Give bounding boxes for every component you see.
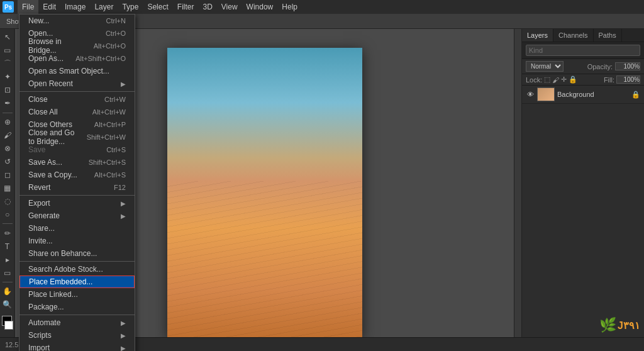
- layer-name[interactable]: Background: [557, 91, 629, 98]
- menu-select[interactable]: Select: [143, 0, 172, 14]
- menu-close-shortcut: Ctrl+W: [104, 96, 126, 103]
- type-tool[interactable]: T: [1, 240, 14, 252]
- menu-open-smart[interactable]: Open as Smart Object...: [19, 65, 135, 77]
- menu-close-go-bridge[interactable]: Close and Go to Bridge... Shift+Ctrl+W: [19, 131, 135, 143]
- marquee-tool[interactable]: ▭: [1, 45, 14, 57]
- lasso-tool[interactable]: ⌒: [1, 58, 14, 70]
- menu-view[interactable]: View: [217, 0, 242, 14]
- menu-invite[interactable]: Invite...: [19, 235, 135, 247]
- layer-thumbnail: [537, 87, 555, 101]
- menu-close[interactable]: Close Ctrl+W: [19, 93, 135, 106]
- menu-browse[interactable]: Browse in Bridge... Alt+Ctrl+O: [19, 40, 135, 52]
- ps-logo: Ps: [3, 1, 14, 13]
- menu-generate-label: Generate: [28, 211, 60, 220]
- canvas-scrollbar[interactable]: [514, 29, 521, 337]
- menu-open-shortcut: Ctrl+O: [106, 30, 126, 37]
- clone-tool[interactable]: ⊗: [1, 143, 14, 155]
- tab-paths[interactable]: Paths: [594, 29, 622, 42]
- menu-import[interactable]: Import ▶: [19, 342, 135, 351]
- tab-channels[interactable]: Channels: [553, 29, 593, 42]
- background-color[interactable]: [4, 321, 13, 330]
- menu-export[interactable]: Export ▶: [19, 197, 135, 209]
- menu-3d[interactable]: 3D: [198, 0, 216, 14]
- menu-scripts[interactable]: Scripts ▶: [19, 329, 135, 342]
- menu-close-all[interactable]: Close All Alt+Ctrl+W: [19, 106, 135, 118]
- import-arrow: ▶: [121, 345, 126, 352]
- menu-open-recent[interactable]: Open Recent ▶: [19, 77, 135, 90]
- lock-position-icon[interactable]: ✛: [561, 75, 567, 84]
- move-tool[interactable]: ↖: [1, 31, 14, 43]
- gradient-tool[interactable]: ▦: [1, 182, 14, 194]
- menu-filter[interactable]: Filter: [173, 0, 199, 14]
- menu-new[interactable]: New... Ctrl+N: [19, 14, 135, 27]
- right-panel: Layers Channels Paths Normal Opacity: Lo…: [521, 29, 644, 337]
- pen-tool[interactable]: ✏: [1, 227, 14, 239]
- blend-opacity-controls: Normal Opacity:: [522, 59, 644, 74]
- tool-sep-3: [3, 282, 13, 282]
- heal-tool[interactable]: ⊕: [1, 116, 14, 128]
- menu-share[interactable]: Share...: [19, 222, 135, 235]
- menu-revert-label: Revert: [28, 183, 50, 192]
- hand-tool[interactable]: ✋: [1, 286, 14, 298]
- sep-2: [19, 195, 135, 196]
- sep-4: [19, 315, 135, 315]
- automate-arrow: ▶: [121, 320, 126, 326]
- blur-tool[interactable]: ◌: [1, 195, 14, 207]
- layer-visibility-eye[interactable]: 👁: [526, 90, 535, 99]
- menu-save-label: Save: [28, 145, 45, 154]
- menu-help[interactable]: Help: [277, 0, 302, 14]
- fill-label: Fill:: [604, 76, 614, 84]
- menu-share-behance[interactable]: Share on Behance...: [19, 247, 135, 260]
- menu-open-as[interactable]: Open As... Alt+Shift+Ctrl+O: [19, 52, 135, 65]
- menu-package[interactable]: Package...: [19, 301, 135, 313]
- zoom-tool[interactable]: 🔍: [1, 299, 14, 311]
- menu-edit[interactable]: Edit: [38, 0, 60, 14]
- menu-layer[interactable]: Layer: [90, 0, 118, 14]
- menu-image[interactable]: Image: [60, 0, 90, 14]
- eraser-tool[interactable]: ◻: [1, 169, 14, 181]
- scripts-arrow: ▶: [121, 332, 126, 339]
- lock-transparent-icon[interactable]: ⬚: [544, 75, 550, 84]
- menu-revert[interactable]: Revert F12: [19, 181, 135, 194]
- menu-file[interactable]: File: [18, 0, 38, 14]
- blend-mode-select[interactable]: Normal: [526, 61, 564, 72]
- menu-import-label: Import: [28, 343, 50, 351]
- dodge-tool[interactable]: ○: [1, 208, 14, 220]
- menu-save-as-shortcut: Shift+Ctrl+S: [89, 159, 126, 166]
- desert-horizon: [167, 158, 362, 181]
- brush-tool[interactable]: 🖌: [1, 130, 14, 142]
- path-select[interactable]: ▸: [1, 254, 14, 265]
- menu-place-linked[interactable]: Place Linked...: [19, 288, 135, 301]
- layers-search-input[interactable]: [526, 45, 640, 56]
- tab-layers[interactable]: Layers: [522, 29, 553, 42]
- opacity-input[interactable]: [615, 62, 640, 70]
- menu-save-shortcut: Ctrl+S: [106, 146, 126, 153]
- menu-save[interactable]: Save Ctrl+S: [19, 143, 135, 156]
- shape-tool[interactable]: ▭: [1, 267, 14, 279]
- lock-image-icon[interactable]: 🖌: [552, 76, 559, 84]
- menu-place-linked-label: Place Linked...: [28, 290, 78, 299]
- tools-panel: ↖ ▭ ⌒ ✦ ⊡ ✒ ⊕ 🖌 ⊗ ↺ ◻ ▦ ◌ ○ ✏ T ▸ ▭ ✋ 🔍: [0, 29, 15, 337]
- lock-all-icon[interactable]: 🔒: [569, 75, 577, 84]
- crop-tool[interactable]: ⊡: [1, 84, 14, 96]
- menu-open-as-shortcut: Alt+Shift+Ctrl+O: [75, 55, 126, 62]
- history-brush[interactable]: ↺: [1, 156, 14, 168]
- brand-logo: 🌿 J۳۹۱: [599, 317, 640, 333]
- menu-search-stock[interactable]: Search Adobe Stock...: [19, 263, 135, 276]
- generate-arrow: ▶: [121, 213, 126, 220]
- quick-select-tool[interactable]: ✦: [1, 71, 14, 83]
- menu-automate[interactable]: Automate ▶: [19, 316, 135, 329]
- menu-type[interactable]: Type: [118, 0, 143, 14]
- menu-save-copy-label: Save a Copy...: [28, 170, 77, 179]
- menu-generate[interactable]: Generate ▶: [19, 209, 135, 222]
- menu-share-label: Share...: [28, 224, 55, 233]
- tool-sep-1: [3, 113, 13, 113]
- menu-save-copy[interactable]: Save a Copy... Alt+Ctrl+S: [19, 169, 135, 181]
- menu-place-embedded[interactable]: Place Embedded...: [19, 276, 135, 288]
- menu-save-as[interactable]: Save As... Shift+Ctrl+S: [19, 156, 135, 169]
- fill-input[interactable]: [616, 75, 640, 84]
- menu-new-shortcut: Ctrl+N: [106, 17, 126, 25]
- panel-tabs: Layers Channels Paths: [522, 29, 644, 42]
- eyedropper-tool[interactable]: ✒: [1, 98, 14, 109]
- menu-window[interactable]: Window: [242, 0, 278, 14]
